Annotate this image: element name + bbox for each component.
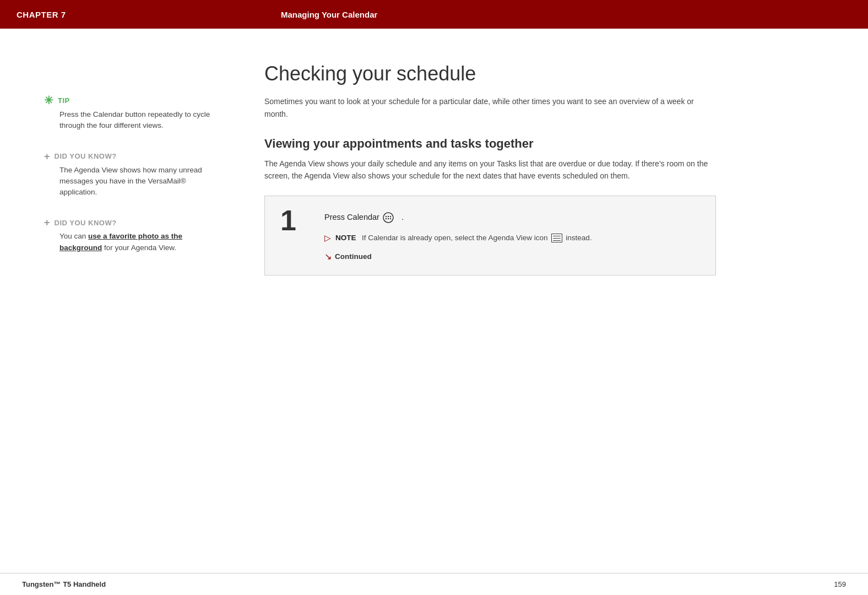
asterisk-icon: ✳: [44, 95, 53, 106]
step-number: 1: [280, 206, 324, 235]
section-heading: Viewing your appointments and tasks toge…: [264, 137, 846, 151]
footer-page: 159: [834, 580, 846, 588]
continued-text: Continued: [335, 252, 372, 261]
sidebar-dyk2-title: Did You Know?: [55, 219, 117, 227]
footer-brand: Tungsten™ T5 Handheld: [22, 580, 106, 588]
step-instruction: Press Calendar: [324, 212, 700, 224]
sidebar-tip-header: ✳ Tip: [44, 95, 215, 106]
sidebar-item-tip: ✳ Tip Press the Calendar button repeated…: [44, 95, 215, 132]
page-header: CHAPTER 7 Managing Your Calendar: [0, 0, 868, 29]
svg-point-2: [388, 216, 389, 217]
continued-icon: ↘: [324, 251, 332, 262]
sidebar-dyk1-header: + Did You Know?: [44, 152, 215, 161]
step-box: 1 Press Calendar: [264, 196, 716, 275]
sidebar-tip-body: Press the Calendar button repeatedly to …: [44, 109, 215, 132]
sidebar-dyk2-body: You can use a favorite photo as the back…: [44, 231, 215, 253]
instruction-prefix: Press Calendar: [324, 213, 379, 221]
step-content: Press Calendar: [324, 209, 700, 262]
sidebar-dyk2-header: + Did You Know?: [44, 218, 215, 228]
page-heading: Checking your schedule: [264, 62, 846, 85]
note-label: NOTE: [335, 234, 356, 242]
note-icon: ▷: [324, 233, 331, 243]
sidebar-dyk1-body: The Agenda View shows how many unread me…: [44, 165, 215, 198]
svg-point-4: [386, 218, 387, 219]
note-content: NOTE If Calendar is already open, select…: [335, 232, 592, 244]
svg-point-5: [388, 218, 389, 219]
svg-point-3: [390, 216, 391, 217]
sidebar-dyk2-suffix: for your Agenda View.: [102, 244, 176, 252]
continued-row: ↘ Continued: [324, 251, 700, 262]
sidebar-dyk1-title: Did You Know?: [55, 152, 117, 160]
agenda-view-icon: [551, 234, 562, 242]
svg-point-1: [386, 216, 387, 217]
sidebar-dyk2-prefix: You can: [59, 232, 88, 240]
section-title: Managing Your Calendar: [281, 10, 377, 19]
svg-point-6: [390, 218, 391, 219]
note-text: If Calendar is already open, select the …: [362, 234, 547, 242]
sidebar-tip-title: Tip: [58, 96, 70, 105]
page-intro: Sometimes you want to look at your sched…: [264, 95, 716, 120]
note-suffix: instead.: [566, 234, 592, 242]
instruction-suffix: .: [402, 213, 404, 221]
page-footer: Tungsten™ T5 Handheld 159: [0, 573, 868, 595]
sidebar-item-dyk2: + Did You Know? You can use a favorite p…: [44, 218, 215, 253]
section-body: The Agenda View shows your daily schedul…: [264, 158, 716, 182]
main-content: Checking your schedule Sometimes you wan…: [231, 62, 846, 573]
note-row: ▷ NOTE If Calendar is already open, sele…: [324, 232, 700, 244]
plus-icon-2: +: [44, 218, 50, 228]
plus-icon-1: +: [44, 152, 50, 161]
calendar-button-icon: [382, 212, 399, 224]
sidebar-item-dyk1: + Did You Know? The Agenda View shows ho…: [44, 152, 215, 198]
step-row: 1 Press Calendar: [265, 196, 715, 275]
sidebar: ✳ Tip Press the Calendar button repeated…: [44, 62, 231, 573]
svg-point-0: [383, 213, 393, 223]
chapter-label: CHAPTER 7: [17, 10, 281, 19]
